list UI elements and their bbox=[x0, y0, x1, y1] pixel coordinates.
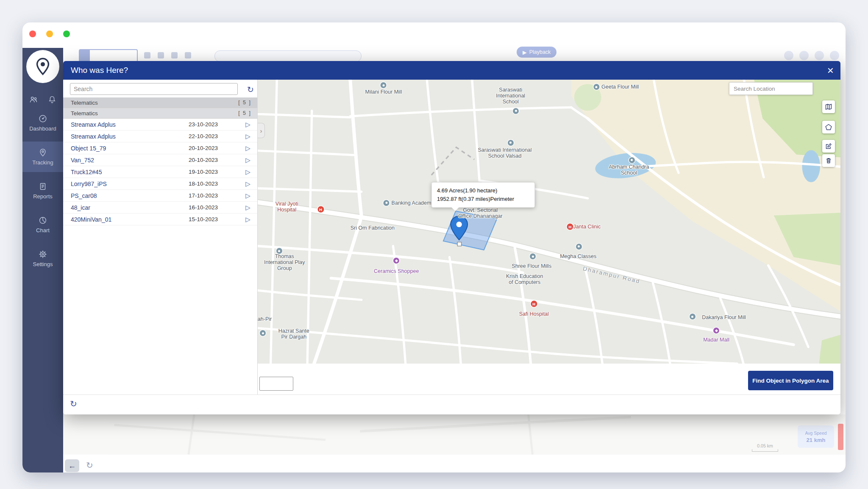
panel-collapse-tab[interactable]: › bbox=[258, 123, 265, 138]
sidebar-item-dashboard[interactable]: Dashboard bbox=[22, 108, 63, 138]
maximize-button[interactable] bbox=[63, 31, 70, 37]
delete-polygon-button[interactable] bbox=[822, 154, 835, 167]
location-pin-logo-icon bbox=[33, 57, 53, 76]
avg-speed-value: 21 kmh bbox=[807, 437, 826, 443]
settings-gear-icon bbox=[38, 250, 47, 259]
footer-refresh-icon[interactable]: ↻ bbox=[86, 460, 93, 470]
play-button[interactable]: ▷ bbox=[239, 156, 257, 164]
hospital-icon: H bbox=[567, 224, 573, 230]
users-icon[interactable] bbox=[29, 95, 38, 104]
vehicle-name[interactable]: Van_752 bbox=[71, 157, 189, 164]
map-poi-icon: H bbox=[317, 206, 324, 213]
map-label: Viral Jyoti Hospital bbox=[267, 201, 306, 213]
vehicle-date: 20-10-2023 bbox=[189, 157, 239, 163]
vehicle-row[interactable]: 420MiniVan_0115-10-2023▷ bbox=[63, 214, 257, 225]
sidebar-item-chart[interactable]: Chart bbox=[22, 209, 63, 240]
object-selector-dimmed bbox=[79, 49, 138, 62]
app-window: ▶ Playback Avg Speed 21 kmh 0.05 km ← ↻ bbox=[22, 22, 846, 472]
sidebar: Dashboard Tracking Reports Chart bbox=[22, 48, 63, 472]
vehicle-row[interactable]: PS_car0817-10-2023▷ bbox=[63, 190, 257, 202]
sidebar-item-label: Tracking bbox=[32, 159, 53, 166]
map-label: Sri Om Fabrication bbox=[351, 225, 395, 231]
reports-icon bbox=[38, 182, 47, 191]
map-poi-icon bbox=[690, 314, 696, 320]
vehicle-date: 18-10-2023 bbox=[189, 181, 239, 187]
map-footer-input[interactable] bbox=[259, 377, 293, 391]
map-label: Banking Academy bbox=[384, 200, 434, 206]
vehicle-name[interactable]: 420MiniVan_01 bbox=[71, 216, 189, 223]
modal-bottom-bar: ↻ bbox=[63, 395, 840, 414]
map-label: Hazrat Sante Pir Dargah bbox=[275, 328, 313, 340]
sidebar-item-reports[interactable]: Reports bbox=[22, 175, 63, 206]
sidebar-item-tracking[interactable]: Tracking bbox=[22, 142, 63, 172]
close-button[interactable] bbox=[29, 31, 36, 37]
back-button[interactable]: ← bbox=[65, 459, 79, 472]
vehicle-name[interactable]: Streamax Adplus bbox=[71, 133, 189, 140]
polygon-tool-button[interactable] bbox=[822, 121, 835, 133]
minimize-button[interactable] bbox=[46, 31, 53, 37]
play-button[interactable]: ▷ bbox=[239, 180, 257, 188]
scale-bar bbox=[752, 449, 778, 452]
vehicle-row[interactable]: Lorry987_iPS18-10-2023▷ bbox=[63, 178, 257, 190]
edit-polygon-button[interactable] bbox=[822, 140, 835, 153]
map-poi-icon: H bbox=[531, 301, 537, 307]
map-label: Thomas International Play Group bbox=[261, 253, 308, 271]
shop-icon bbox=[393, 258, 399, 264]
dashboard-icon bbox=[38, 114, 47, 123]
poi-icon bbox=[690, 314, 696, 320]
map-poi-icon bbox=[530, 253, 536, 259]
play-button[interactable]: ▷ bbox=[239, 216, 257, 223]
screen: ▶ Playback Avg Speed 21 kmh 0.05 km ← ↻ bbox=[0, 0, 868, 489]
sidebar-item-label: Reports bbox=[33, 193, 53, 200]
vehicle-name[interactable]: Truck12#45 bbox=[71, 169, 189, 175]
play-button[interactable]: ▷ bbox=[239, 144, 257, 152]
vehicle-row[interactable]: Object 15_7920-10-2023▷ bbox=[63, 142, 257, 154]
vehicle-name[interactable]: Lorry987_iPS bbox=[71, 181, 189, 187]
toolbar-icon bbox=[158, 52, 164, 58]
play-button[interactable]: ▷ bbox=[239, 133, 257, 140]
refresh-icon[interactable]: ↻ bbox=[70, 399, 77, 409]
vehicle-name[interactable]: PS_car08 bbox=[71, 192, 189, 199]
group-row[interactable]: Telematics[ 5 ] bbox=[63, 97, 257, 108]
play-button[interactable]: ▷ bbox=[239, 192, 257, 200]
map-label: Abrham Chandra School bbox=[608, 164, 650, 176]
map-poi-icon bbox=[629, 157, 635, 163]
search-input[interactable] bbox=[70, 83, 238, 95]
sidebar-item-settings[interactable]: Settings bbox=[22, 243, 63, 274]
bell-icon[interactable] bbox=[47, 95, 57, 104]
vehicle-row[interactable]: Truck12#4519-10-2023▷ bbox=[63, 166, 257, 178]
map-layers-button[interactable] bbox=[822, 100, 835, 113]
map-label: Megha Classes bbox=[560, 253, 596, 259]
find-object-button[interactable]: Find Object in Polygon Area bbox=[748, 371, 833, 390]
chevron-right-icon: › bbox=[260, 127, 262, 134]
map-icon bbox=[825, 103, 832, 110]
edit-pencil-icon bbox=[825, 143, 832, 150]
map-scale: 0.05 km bbox=[752, 443, 778, 452]
play-button[interactable]: ▷ bbox=[239, 121, 257, 128]
group-label: Telematics bbox=[71, 100, 98, 106]
map-canvas[interactable]: Milani Flour MillGeeta Flour MillSaraswa… bbox=[258, 80, 840, 364]
map-label: Janta Clinic bbox=[573, 224, 601, 230]
vehicle-date: 15-10-2023 bbox=[189, 216, 239, 222]
map-poi-icon bbox=[713, 328, 719, 333]
playback-label: Playback bbox=[529, 49, 551, 55]
map-label: Krish Education of Computers bbox=[504, 273, 546, 285]
map-label: Saraswati International School bbox=[487, 87, 534, 105]
back-arrow-icon: ← bbox=[68, 461, 76, 470]
group-count: [ 5 ] bbox=[238, 110, 251, 116]
play-button[interactable]: ▷ bbox=[239, 204, 257, 211]
vehicle-row[interactable]: Streamax Adplus23-10-2023▷ bbox=[63, 119, 257, 131]
hospital-icon: H bbox=[531, 301, 537, 307]
vehicle-row[interactable]: Streamax Adplus22-10-2023▷ bbox=[63, 131, 257, 142]
group-row[interactable]: Telematics[ 5 ] bbox=[63, 108, 257, 119]
vehicle-row[interactable]: 48_icar16-10-2023▷ bbox=[63, 202, 257, 214]
vehicle-name[interactable]: Object 15_79 bbox=[71, 145, 189, 152]
map-poi-icon bbox=[576, 244, 582, 250]
refresh-icon[interactable]: ↻ bbox=[247, 85, 254, 94]
vehicle-name[interactable]: 48_icar bbox=[71, 204, 189, 211]
vehicle-row[interactable]: Van_75220-10-2023▷ bbox=[63, 154, 257, 166]
modal-close-button[interactable]: × bbox=[827, 65, 834, 76]
search-location-input[interactable] bbox=[729, 82, 813, 95]
play-button[interactable]: ▷ bbox=[239, 168, 257, 176]
vehicle-name[interactable]: Streamax Adplus bbox=[71, 121, 189, 128]
